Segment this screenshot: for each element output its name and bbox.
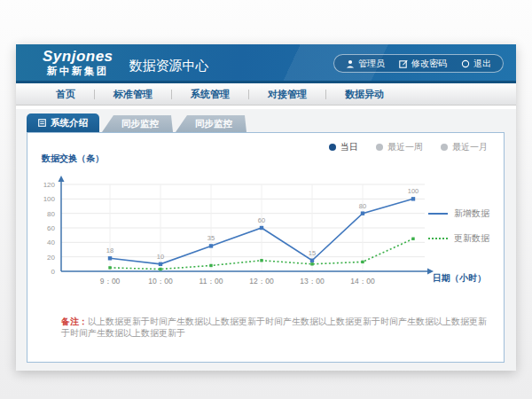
- svg-text:40: 40: [47, 239, 55, 246]
- chart-panel: 当日 最近一周 最近一月 数据交换（条） 0204060801001209：00…: [27, 132, 505, 363]
- svg-text:60: 60: [47, 224, 55, 232]
- time-range-filter: 当日 最近一周 最近一月: [329, 141, 488, 153]
- radio-label: 最近一周: [387, 141, 423, 153]
- radio-last-month[interactable]: 最近一月: [441, 141, 488, 153]
- power-icon: [461, 59, 470, 68]
- svg-text:0: 0: [51, 268, 56, 276]
- radio-dot-icon: [329, 144, 336, 151]
- user-toolbar: 管理员 修改密码 退出: [333, 54, 504, 73]
- page-title: 数据资源中心: [129, 58, 209, 74]
- brand-logo-cn: 新中新集团: [43, 66, 113, 77]
- app-window: Synjones 新中新集团 数据资源中心 管理员 修改密码 退出: [16, 44, 516, 371]
- logout-label: 退出: [473, 58, 491, 70]
- tab-label: 同步监控: [195, 118, 232, 130]
- svg-text:120: 120: [43, 181, 56, 189]
- svg-text:9：00: 9：00: [100, 277, 121, 286]
- radio-dot-icon: [441, 144, 448, 151]
- document-icon: [38, 118, 46, 129]
- svg-text:13：00: 13：00: [300, 277, 325, 286]
- footnote: 备注：以上数据更新于时间产生数据以上数据更新于时间产生数据以上数据更新于时间产生…: [61, 316, 491, 339]
- radio-label: 当日: [340, 141, 358, 153]
- nav-item-standard-mgmt[interactable]: 标准管理: [95, 90, 172, 99]
- nav-item-interface-mgmt[interactable]: 对接管理: [249, 90, 326, 99]
- svg-text:15: 15: [309, 249, 316, 257]
- user-icon: [346, 59, 355, 68]
- tab-label: 系统介绍: [51, 117, 88, 129]
- dotted-line-icon: [428, 238, 448, 239]
- svg-text:10：00: 10：00: [148, 277, 173, 286]
- footnote-text: 以上数据更新于时间产生数据以上数据更新于时间产生数据以上数据更新于时间产生数据以…: [61, 317, 487, 338]
- svg-text:60: 60: [258, 216, 265, 224]
- chart-legend: 新增数据 更新数据: [428, 207, 489, 245]
- svg-text:80: 80: [359, 202, 366, 210]
- tab-label: 同步监控: [121, 118, 159, 130]
- username-label: 管理员: [358, 58, 385, 70]
- brand-logo-en: Synjones: [43, 49, 113, 66]
- tab-sync-monitor-1[interactable]: 同步监控: [102, 115, 173, 132]
- nav-item-home[interactable]: 首页: [37, 90, 95, 99]
- content-area: 系统介绍 同步监控 同步监控 当日 最近一周: [16, 109, 516, 371]
- brand-logo: Synjones 新中新集团: [43, 49, 113, 76]
- edit-icon: [399, 59, 408, 68]
- svg-text:80: 80: [47, 210, 55, 218]
- svg-text:14：00: 14：00: [350, 277, 375, 286]
- solid-line-icon: [428, 213, 448, 215]
- nav-item-data-change[interactable]: 数据异动: [326, 90, 403, 99]
- change-password-button[interactable]: 修改密码: [399, 58, 447, 70]
- change-password-label: 修改密码: [411, 58, 447, 70]
- svg-text:11：00: 11：00: [200, 277, 223, 286]
- svg-text:10: 10: [157, 253, 164, 261]
- svg-text:18: 18: [106, 246, 113, 254]
- tab-sync-monitor-2[interactable]: 同步监控: [176, 115, 246, 132]
- radio-last-week[interactable]: 最近一周: [376, 141, 423, 153]
- footnote-prefix: 备注：: [61, 317, 88, 326]
- svg-text:35: 35: [207, 234, 215, 242]
- legend-item-updated-data[interactable]: 更新数据: [428, 232, 489, 245]
- radio-today[interactable]: 当日: [329, 141, 358, 153]
- logout-button[interactable]: 退出: [461, 58, 491, 70]
- tab-bar: 系统介绍 同步监控 同步监控: [27, 113, 246, 132]
- x-axis-title: 日期（小时）: [433, 272, 486, 285]
- svg-text:20: 20: [47, 254, 55, 262]
- legend-label: 新增数据: [454, 207, 489, 220]
- main-nav: 首页 标准管理 系统管理 对接管理 数据异动: [16, 83, 516, 106]
- radio-label: 最近一月: [452, 141, 488, 153]
- svg-text:100: 100: [408, 187, 419, 195]
- tab-system-intro[interactable]: 系统介绍: [27, 113, 99, 132]
- legend-label: 更新数据: [454, 232, 489, 245]
- legend-item-new-data[interactable]: 新增数据: [428, 207, 489, 220]
- radio-dot-icon: [376, 144, 383, 151]
- app-header: Synjones 新中新集团 数据资源中心 管理员 修改密码 退出: [16, 44, 516, 83]
- svg-text:100: 100: [43, 195, 56, 203]
- nav-item-system-mgmt[interactable]: 系统管理: [172, 90, 249, 99]
- user-menu[interactable]: 管理员: [346, 58, 385, 70]
- svg-text:12：00: 12：00: [249, 277, 274, 286]
